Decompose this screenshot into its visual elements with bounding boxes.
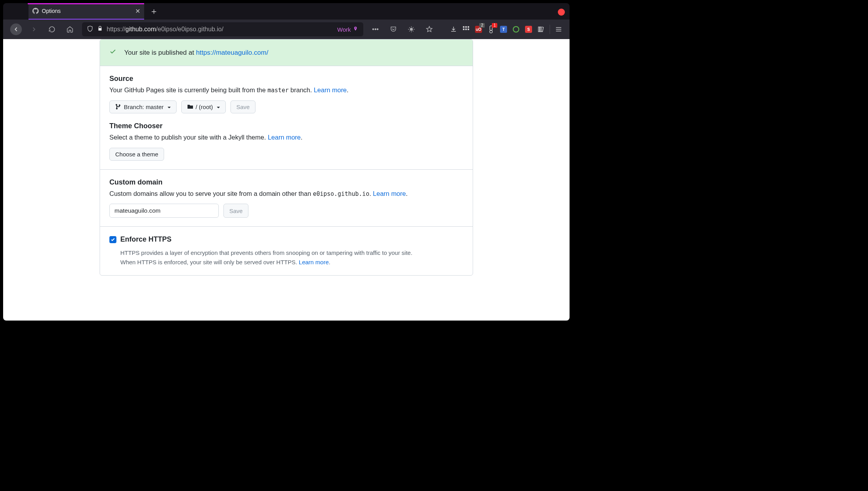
source-description: Your GitHub Pages site is currently bein… bbox=[109, 85, 463, 95]
home-button[interactable] bbox=[64, 23, 76, 35]
enforce-https-section: Enforce HTTPS HTTPS provides a layer of … bbox=[100, 227, 473, 275]
github-pages-settings: Your site is published at https://mateua… bbox=[100, 39, 473, 276]
back-button[interactable] bbox=[10, 23, 22, 35]
custom-domain-heading: Custom domain bbox=[109, 178, 463, 186]
tab-close-button[interactable]: ✕ bbox=[135, 7, 140, 15]
custom-domain-section: Custom domain Custom domains allow you t… bbox=[100, 170, 473, 227]
tab-strip: Options ✕ ＋ bbox=[3, 3, 570, 20]
url-text: https://github.com/e0ipso/e0ipso.github.… bbox=[107, 26, 333, 33]
svg-rect-2 bbox=[463, 26, 464, 28]
browser-tab[interactable]: Options ✕ bbox=[29, 3, 144, 20]
ublock-icon[interactable]: uO 2 bbox=[475, 25, 482, 33]
page-actions-button[interactable]: ••• bbox=[370, 23, 381, 35]
reload-button[interactable] bbox=[46, 23, 58, 35]
svg-point-1 bbox=[410, 28, 413, 31]
download-icon[interactable] bbox=[450, 25, 457, 33]
browser-toolbar: https://github.com/e0ipso/e0ipso.github.… bbox=[3, 20, 570, 39]
address-bar[interactable]: https://github.com/e0ipso/e0ipso.github.… bbox=[82, 22, 363, 36]
forward-button[interactable] bbox=[28, 23, 40, 35]
svg-point-0 bbox=[355, 27, 356, 29]
apps-grid-icon[interactable] bbox=[462, 25, 470, 33]
source-save-button[interactable]: Save bbox=[230, 100, 255, 113]
tab-active-indicator bbox=[28, 3, 144, 4]
svg-rect-4 bbox=[468, 26, 469, 28]
ext-circle-icon[interactable] bbox=[512, 25, 520, 33]
choose-theme-button[interactable]: Choose a theme bbox=[109, 148, 164, 161]
domain-save-button[interactable]: Save bbox=[223, 204, 248, 218]
page-viewport[interactable]: Your site is published at https://mateua… bbox=[3, 39, 570, 321]
pocket-icon[interactable] bbox=[388, 23, 399, 35]
check-icon bbox=[109, 48, 116, 57]
source-learn-more-link[interactable]: Learn more bbox=[314, 86, 346, 93]
chevron-down-icon bbox=[215, 104, 220, 110]
published-url-link[interactable]: https://mateuaguilo.com/ bbox=[196, 49, 268, 56]
recording-indicator bbox=[558, 9, 565, 16]
ublock-badge: 2 bbox=[479, 23, 485, 28]
thermometer-badge: 1 bbox=[492, 23, 497, 28]
enforce-https-heading: Enforce HTTPS bbox=[120, 235, 171, 244]
theme-description: Select a theme to publish your site with… bbox=[109, 133, 463, 142]
git-branch-icon bbox=[115, 104, 121, 110]
svg-rect-7 bbox=[468, 29, 469, 30]
svg-rect-11 bbox=[538, 27, 539, 32]
thermometer-icon[interactable]: 1 bbox=[487, 25, 495, 33]
shield-icon bbox=[87, 25, 93, 34]
chevron-down-icon bbox=[166, 104, 171, 110]
domain-learn-more-link[interactable]: Learn more bbox=[373, 190, 406, 197]
lock-icon bbox=[97, 26, 103, 33]
enforce-https-description: HTTPS provides a layer of encryption tha… bbox=[120, 248, 463, 267]
custom-domain-input[interactable] bbox=[109, 204, 219, 218]
divider bbox=[550, 25, 550, 34]
bookmark-star-icon[interactable] bbox=[423, 23, 435, 35]
bug-icon[interactable] bbox=[405, 23, 417, 35]
github-favicon bbox=[32, 8, 39, 14]
hamburger-menu-icon[interactable] bbox=[555, 25, 563, 33]
ext-s-icon[interactable]: S bbox=[525, 25, 532, 33]
source-section: Source Your GitHub Pages site is current… bbox=[100, 66, 473, 170]
extension-icons: uO 2 1 T S bbox=[450, 25, 563, 34]
container-label: Work bbox=[337, 26, 359, 33]
branch-dropdown[interactable]: Branch: master bbox=[109, 100, 177, 113]
notice-text: Your site is published at https://mateua… bbox=[124, 49, 268, 57]
https-learn-more-link[interactable]: Learn more bbox=[299, 259, 329, 265]
ext-t-icon[interactable]: T bbox=[500, 25, 507, 33]
theme-learn-more-link[interactable]: Learn more bbox=[268, 134, 300, 141]
publish-notice: Your site is published at https://mateua… bbox=[100, 39, 473, 66]
folder-dropdown[interactable]: / (root) bbox=[181, 100, 226, 113]
source-heading: Source bbox=[109, 75, 463, 83]
new-tab-button[interactable]: ＋ bbox=[150, 5, 158, 17]
svg-rect-5 bbox=[463, 29, 464, 30]
enforce-https-checkbox[interactable] bbox=[109, 236, 116, 243]
custom-domain-description: Custom domains allow you to serve your s… bbox=[109, 189, 463, 199]
svg-rect-12 bbox=[540, 27, 541, 32]
library-icon[interactable] bbox=[537, 25, 545, 33]
tab-title: Options bbox=[42, 8, 132, 14]
theme-heading: Theme Chooser bbox=[109, 122, 463, 130]
folder-icon bbox=[187, 104, 193, 110]
svg-rect-6 bbox=[465, 29, 467, 30]
svg-rect-3 bbox=[465, 26, 467, 28]
svg-point-10 bbox=[513, 27, 519, 32]
